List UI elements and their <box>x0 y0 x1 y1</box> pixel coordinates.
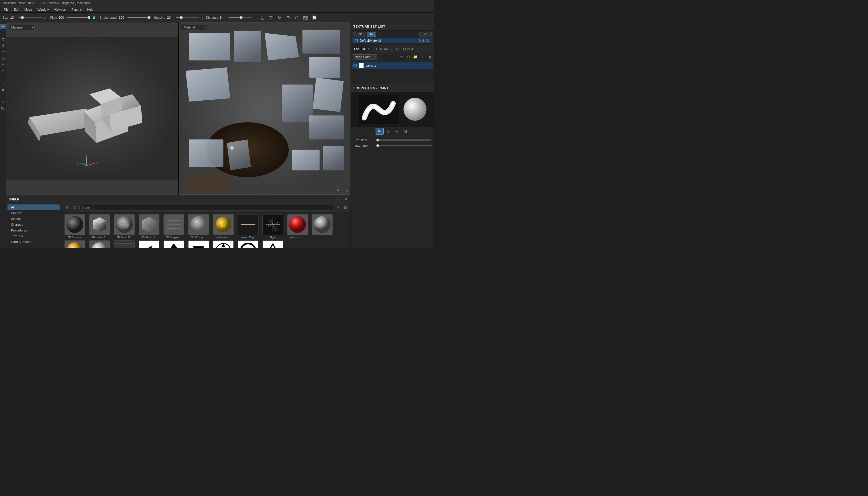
tsl-tab-search[interactable]: Se... <box>419 32 432 36</box>
shelf-item-19[interactable] <box>237 241 259 248</box>
filter-icon[interactable]: ⧚ <box>63 204 70 211</box>
display-icon[interactable]: 🔲 <box>311 14 317 21</box>
shelf-item-18[interactable] <box>212 241 235 248</box>
search-close-icon[interactable]: ✕ <box>335 205 341 210</box>
layers-duplicate-btn[interactable]: ⊡ <box>405 54 411 60</box>
shelf-item-adobe-dim[interactable]: fx adobe-dim... <box>212 214 235 239</box>
layers-tab[interactable]: LAYERS ✕ <box>351 45 373 52</box>
viewport-uv[interactable]: Material Wireframe UV <box>179 22 350 195</box>
brush-mode-paint[interactable]: ✏ <box>376 128 384 135</box>
select-tool[interactable]: ⊹ <box>0 62 6 67</box>
shelf-item-15[interactable] <box>138 241 161 248</box>
transform-tool[interactable]: ⊟ <box>0 93 6 99</box>
camera-icon[interactable]: 📷 <box>302 14 309 21</box>
picker-tool[interactable]: ◆ <box>0 87 6 93</box>
shelf-item-16[interactable] <box>162 241 185 248</box>
fill-tool[interactable]: ⬒ <box>0 36 6 42</box>
shelf-item-3d-simplex[interactable]: 3D Simplex ... <box>162 214 185 239</box>
tss-tab-label: TEXTURE SET SETTINGS <box>376 47 415 51</box>
tss-tab[interactable]: TEXTURE SET SETTINGS <box>373 45 418 52</box>
rotate-icon[interactable]: ↻ <box>276 14 283 21</box>
shelf-item-aluminium[interactable]: Aluminium ... <box>286 214 309 239</box>
shelf-item-3d-distance[interactable]: 3D Distance <box>63 214 86 239</box>
shelf-item-3d-worley[interactable]: 3D Worley ... <box>187 214 210 239</box>
shelf-item-algea[interactable]: Algea <box>261 214 284 239</box>
grid-view-btn[interactable]: ⊞ <box>343 205 348 211</box>
shelf-item-13[interactable] <box>88 241 111 248</box>
shelf-item-3d-linear-g[interactable]: 3D Linear G... <box>88 214 111 239</box>
layers-tab-close[interactable]: ✕ <box>368 47 370 50</box>
search-input[interactable] <box>79 205 334 211</box>
shelf-cat-project[interactable]: Project <box>8 210 60 216</box>
shelf-item-11[interactable] <box>311 214 334 239</box>
layers-folder-btn[interactable]: 📁 <box>412 54 418 60</box>
stroke-opacity-slider[interactable] <box>128 17 150 18</box>
menu-viewport[interactable]: Viewport <box>51 7 69 12</box>
extra-tool[interactable]: Ps <box>0 106 6 111</box>
menu-plugins[interactable]: Plugins <box>69 7 84 12</box>
shelf-cat-procedurals[interactable]: Procedurals <box>8 228 60 233</box>
layers-pencil-btn[interactable]: ✏ <box>398 54 405 60</box>
shelf-item-3d-perlin-n2[interactable]: 3D Perlin N... <box>138 214 161 239</box>
tsl-item[interactable]: DefaultMaterial Main S... <box>352 38 433 43</box>
shelf-cat-textures[interactable]: Textures <box>8 233 60 239</box>
shelf-item-20[interactable] <box>261 241 284 248</box>
layers-channel-wrap[interactable]: Base Color Roughness Metallic Normal Hei… <box>353 55 377 60</box>
size-slider[interactable] <box>19 17 42 18</box>
shelf-body: All Project Alphas Grunges Procedurals T… <box>6 203 350 248</box>
shelf-item-12[interactable] <box>63 241 86 248</box>
ortho-icon[interactable]: ▽ <box>267 14 274 21</box>
viewport-3d-dropdown-wrap[interactable]: Material Wireframe UV <box>9 25 34 30</box>
shelf-expand-btn[interactable]: ⤢ <box>335 197 341 202</box>
flow-jitter-slider[interactable] <box>376 145 432 146</box>
viewport-3d-dropdown[interactable]: Material Wireframe UV <box>9 25 34 30</box>
layout-icon[interactable]: ⊞ <box>285 14 291 21</box>
viewport-uv-dropdown-wrap[interactable]: Material Wireframe UV <box>181 25 207 30</box>
viewport-uv-dropdown[interactable]: Material Wireframe UV <box>181 25 207 30</box>
shelf-item-17[interactable] <box>187 241 210 248</box>
layer-item-1[interactable]: Layer 1 <box>352 62 433 69</box>
menu-mode[interactable]: Mode <box>22 7 35 12</box>
brush-mode-smudge[interactable]: ⊙ <box>384 128 392 135</box>
tsl-tab-solo[interactable]: Solo <box>354 32 365 36</box>
clone-tool[interactable]: ⊕ <box>0 43 6 48</box>
view-tool[interactable]: 👁 <box>0 99 6 105</box>
layers-channel-select[interactable]: Base Color Roughness Metallic Normal Hei… <box>353 55 377 60</box>
menu-edit[interactable]: Edit <box>12 7 21 12</box>
menu-window[interactable]: Window <box>35 7 51 12</box>
layers-add-btn[interactable]: + <box>419 54 425 60</box>
refresh-icon[interactable]: ↻ <box>71 204 78 211</box>
shelf-cat-alphas[interactable]: Alphas <box>8 216 60 222</box>
shelf-item-alexav3logc[interactable]: alexav3logc <box>237 214 259 239</box>
shelf-item-3d-perlin-n1[interactable]: 3D Perlin N... <box>113 214 136 239</box>
shelf-cat-grunges[interactable]: Grunges <box>8 222 60 228</box>
distance-label: Distance <box>206 16 219 19</box>
crop-tool[interactable]: ✂ <box>0 68 6 74</box>
layers-mask-btn[interactable]: ◑ <box>426 54 432 60</box>
blur-tool[interactable]: ◎ <box>0 55 6 61</box>
svg-marker-41 <box>142 217 156 232</box>
paint-tool[interactable]: ✏ <box>0 24 6 29</box>
text-tool[interactable]: T <box>0 74 6 80</box>
brush-mode-blur[interactable]: ◎ <box>393 128 401 135</box>
measure-tool[interactable]: ⇔ <box>0 80 6 86</box>
spacing-slider[interactable] <box>176 17 199 18</box>
viewport-3d[interactable]: Material Wireframe UV <box>6 22 179 195</box>
shelf-item-14[interactable] <box>113 241 136 248</box>
tsl-tab-all[interactable]: All <box>366 32 376 36</box>
flow-slider[interactable] <box>68 17 90 18</box>
svg-point-66 <box>91 243 108 248</box>
shelf-close-btn[interactable]: ✕ <box>343 197 348 202</box>
eraser-tool[interactable]: ◻ <box>0 30 6 36</box>
menu-file[interactable]: File <box>1 7 11 12</box>
size-jitter-slider[interactable] <box>376 139 432 141</box>
svg-point-30 <box>230 146 234 150</box>
smudge-tool[interactable]: 〜 <box>0 49 6 55</box>
perspective-icon[interactable]: △ <box>259 14 266 21</box>
shelf-cat-hard-surfaces[interactable]: Hard Surfaces <box>8 239 60 245</box>
brush-mode-erase[interactable]: ◑ <box>402 128 409 135</box>
3d-icon[interactable]: ⬡ <box>293 14 300 21</box>
menu-help[interactable]: Help <box>85 7 96 12</box>
shelf-cat-all[interactable]: All <box>8 204 60 210</box>
distance-slider[interactable] <box>228 17 252 18</box>
